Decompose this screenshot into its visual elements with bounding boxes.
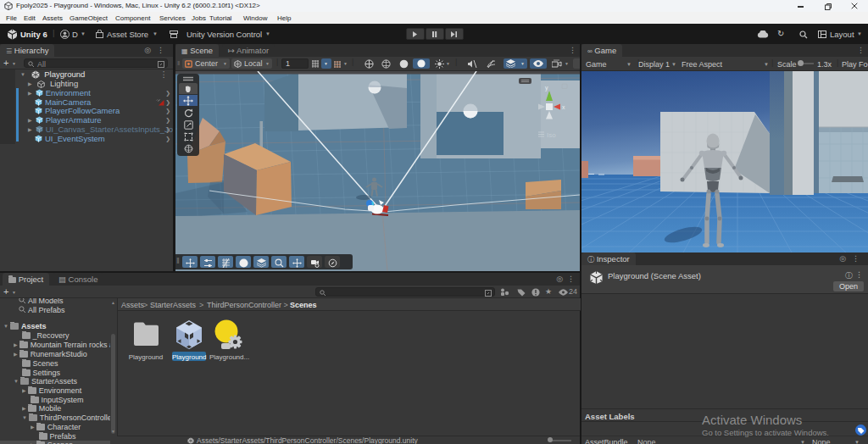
svg-text:Iso: Iso — [547, 131, 556, 139]
svg-text:y: y — [545, 85, 548, 92]
svg-text:x: x — [562, 104, 565, 110]
